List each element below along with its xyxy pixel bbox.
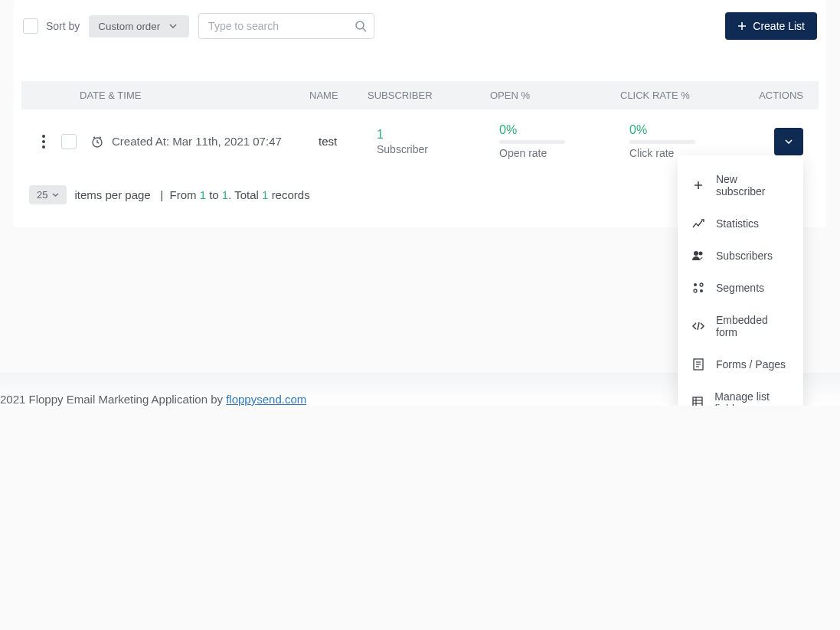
created-at: Created At: Mar 11th, 2021 07:47 — [112, 135, 319, 148]
row-actions-button[interactable] — [774, 128, 803, 155]
col-date: DATE & TIME — [80, 90, 309, 101]
actions-dropdown: New subscriber Statistics Subscribers Se… — [678, 155, 803, 406]
menu-forms-pages[interactable]: Forms / Pages — [678, 348, 803, 380]
svg-point-5 — [694, 283, 697, 286]
col-actions: ACTIONS — [759, 90, 803, 101]
search-field — [198, 13, 374, 39]
page-size-value: 25 — [37, 189, 47, 201]
plus-icon — [691, 181, 705, 190]
search-icon — [355, 20, 367, 32]
svg-point-3 — [694, 251, 698, 256]
chevron-down-icon — [52, 193, 59, 197]
select-all-checkbox[interactable] — [23, 18, 38, 34]
menu-segments[interactable]: Segments — [678, 272, 803, 304]
click-rate-cell: 0% Click rate — [629, 123, 752, 159]
click-rate-bar — [629, 140, 695, 144]
sort-value: Custom order — [98, 21, 160, 32]
menu-embedded-form[interactable]: Embedded form — [678, 304, 803, 348]
table-row: Created At: Mar 11th, 2021 07:47 test 1 … — [21, 109, 819, 173]
page-size-select[interactable]: 25 — [29, 185, 67, 204]
svg-point-0 — [356, 21, 364, 29]
col-name: NAME — [309, 90, 368, 101]
form-icon — [691, 358, 705, 370]
table-header: DATE & TIME NAME SUBSCRIBER OPEN % CLICK… — [21, 81, 819, 109]
menu-manage-fields[interactable]: Manage list fields — [678, 380, 803, 406]
chevron-down-icon — [785, 139, 793, 144]
chart-icon — [691, 218, 705, 229]
plus-icon — [737, 21, 747, 31]
create-list-label: Create List — [753, 20, 805, 32]
svg-rect-13 — [693, 397, 702, 406]
menu-statistics[interactable]: Statistics — [678, 207, 803, 240]
code-icon — [691, 322, 705, 331]
users-icon — [691, 250, 705, 261]
list-name: test — [319, 135, 377, 148]
segments-icon — [691, 282, 705, 294]
chevron-down-icon — [166, 24, 180, 28]
svg-line-1 — [363, 28, 366, 31]
svg-point-8 — [700, 289, 703, 292]
subscriber-count: 1 — [377, 128, 499, 142]
sort-select[interactable]: Custom order — [89, 15, 189, 38]
col-open: OPEN % — [490, 90, 620, 101]
col-click: CLICK RATE % — [620, 90, 743, 101]
search-input[interactable] — [198, 13, 374, 39]
toolbar: Sort by Custom order Create List — [14, 0, 826, 51]
menu-subscribers[interactable]: Subscribers — [678, 240, 803, 272]
fields-icon — [691, 397, 704, 406]
actions-cell: New subscriber Statistics Subscribers Se… — [774, 128, 803, 155]
open-rate-label: Open rate — [499, 147, 629, 159]
sort-by-label: Sort by — [46, 20, 80, 32]
row-menu-button[interactable] — [37, 135, 51, 149]
row-checkbox[interactable] — [61, 134, 77, 149]
create-list-button[interactable]: Create List — [725, 12, 817, 40]
svg-point-4 — [699, 251, 703, 255]
footer-link[interactable]: floppysend.com — [226, 393, 306, 406]
svg-point-7 — [694, 289, 697, 292]
click-rate-value: 0% — [629, 123, 752, 137]
svg-point-6 — [700, 283, 703, 286]
subscriber-label: Subscriber — [377, 143, 499, 155]
open-rate-bar — [499, 140, 565, 144]
open-rate-value: 0% — [499, 123, 629, 137]
clock-icon — [90, 135, 104, 149]
subscriber-cell: 1 Subscriber — [377, 128, 499, 155]
pager-text: items per page | From 1 to 1. Total 1 re… — [74, 188, 309, 201]
footer-text: 2021 Floppy Email Marketing Application … — [0, 393, 226, 406]
menu-new-subscriber[interactable]: New subscriber — [678, 163, 803, 207]
open-rate-cell: 0% Open rate — [499, 123, 629, 159]
col-subscriber: SUBSCRIBER — [368, 90, 490, 101]
